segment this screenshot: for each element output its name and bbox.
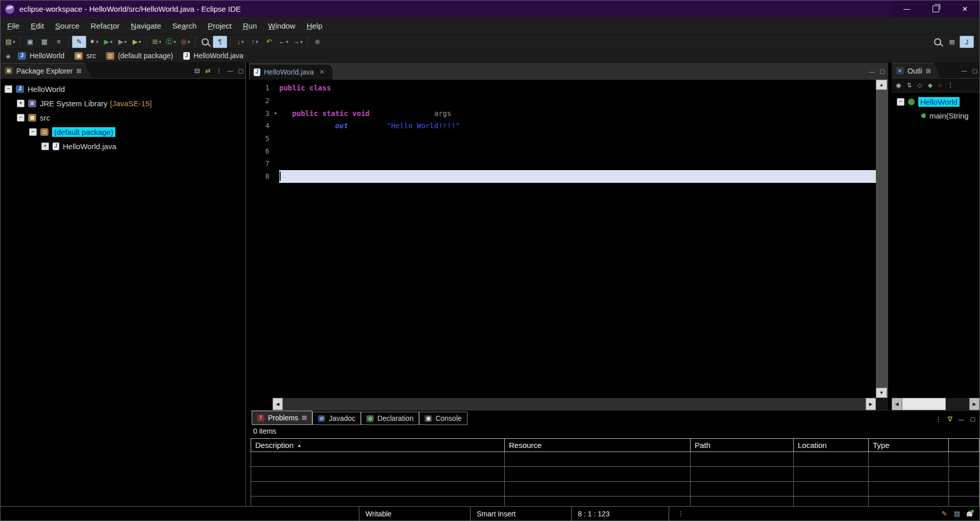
last-edit-location-button[interactable]: ↶ xyxy=(262,36,276,48)
code-editor[interactable]: 1public class HelloWorld {23● public sta… xyxy=(249,80,876,398)
view-menu-icon[interactable]: ⋮ xyxy=(947,82,953,89)
search-button[interactable] xyxy=(199,36,212,48)
status-overflow-menu-icon[interactable]: ⋮ xyxy=(677,510,684,517)
collapse-all-icon[interactable]: ⊟ xyxy=(194,67,200,75)
previous-annotation-button[interactable]: ↑▾ xyxy=(248,36,261,48)
code-line-4[interactable]: 4 System.out.println("Hello World!!!!"); xyxy=(249,120,876,132)
table-row[interactable] xyxy=(251,452,979,467)
scroll-left-button[interactable] xyxy=(273,398,283,410)
table-row[interactable] xyxy=(251,496,979,506)
collapse-icon[interactable]: − xyxy=(17,114,24,122)
new-java-class-button[interactable]: Ⓒ▾ xyxy=(164,36,178,48)
pin-editor-button[interactable]: ⊕ xyxy=(311,36,324,48)
breadcrumb-toggle-icon[interactable]: ◈ xyxy=(6,52,11,60)
collapse-icon[interactable]: − xyxy=(897,98,904,106)
mark-occurrences-button[interactable]: ✎ xyxy=(72,36,86,48)
scroll-right-button[interactable] xyxy=(866,398,876,410)
menu-navigate[interactable]: Navigate xyxy=(125,17,166,35)
hide-fields-icon[interactable]: ◇ xyxy=(918,82,922,89)
pencil-icon[interactable]: ✎ xyxy=(942,510,947,517)
code-line-1[interactable]: 1public class HelloWorld { xyxy=(249,82,876,94)
column-header-path[interactable]: Path xyxy=(691,439,794,452)
view-menu-icon[interactable]: ⋮ xyxy=(935,415,942,423)
close-button[interactable]: ✕ xyxy=(950,1,979,17)
outline-item-helloworld[interactable]: −HelloWorld xyxy=(892,95,979,109)
code-line-5[interactable]: 5 } xyxy=(249,132,876,145)
open-task-button[interactable]: ◎▾ xyxy=(179,36,192,48)
log-list-icon[interactable]: ▤ xyxy=(954,510,960,517)
expand-icon[interactable]: + xyxy=(17,100,24,107)
tab-close-icon[interactable]: ✕ xyxy=(320,68,325,76)
column-header-location[interactable]: Location xyxy=(794,439,869,452)
coverage-button[interactable]: ▶▾ xyxy=(130,36,143,48)
new-wizard-button[interactable]: ▤▾ xyxy=(4,36,17,48)
package-explorer-tab[interactable]: Package Explorer ⊠ xyxy=(1,63,92,79)
java-perspective-button[interactable]: J xyxy=(960,36,974,48)
view-close-icon[interactable]: ⊠ xyxy=(77,67,82,75)
tab-declaration[interactable]: Declaration xyxy=(361,412,419,425)
save-all-button[interactable]: ▦ xyxy=(38,36,51,48)
search-perspective-button[interactable] xyxy=(931,36,944,48)
line-marker-icon[interactable]: ● xyxy=(272,111,279,115)
minimize-button[interactable]: — xyxy=(892,1,921,17)
minimize-view-button[interactable]: — xyxy=(228,67,233,74)
collapse-icon[interactable]: − xyxy=(5,85,12,93)
code-line-8[interactable]: 8 xyxy=(249,170,876,183)
table-row[interactable] xyxy=(251,482,979,496)
focus-active-task-icon[interactable]: ◉ xyxy=(896,82,901,89)
maximize-view-button[interactable]: ▢ xyxy=(238,67,243,74)
hide-non-public-icon[interactable]: ○ xyxy=(938,82,942,89)
column-header-item[interactable] xyxy=(949,439,979,452)
vertical-scrollbar[interactable] xyxy=(876,80,888,398)
breadcrumb-item-helloworld-java[interactable]: HelloWorld.java xyxy=(183,52,243,60)
minimize-editor-button[interactable]: — xyxy=(869,68,875,75)
breadcrumb-item-helloworld[interactable]: HelloWorld xyxy=(18,52,64,60)
run-button[interactable]: ▶▾ xyxy=(102,36,115,48)
scroll-left-button[interactable] xyxy=(892,398,902,410)
column-header-description[interactable]: Description▲ xyxy=(251,439,505,452)
tab-console[interactable]: Console xyxy=(419,412,467,425)
tree-item-helloworld[interactable]: −HelloWorld xyxy=(1,82,246,96)
save-button[interactable]: ▣ xyxy=(23,36,37,48)
code-line-7[interactable]: 7} xyxy=(249,157,876,170)
filter-icon[interactable]: ∇ xyxy=(948,415,952,423)
scroll-down-button[interactable] xyxy=(876,388,887,398)
column-header-resource[interactable]: Resource xyxy=(505,439,691,452)
scroll-right-button[interactable] xyxy=(969,398,979,410)
next-annotation-button[interactable]: ↓▾ xyxy=(234,36,247,48)
new-java-project-button[interactable]: ⊞▾ xyxy=(150,36,163,48)
tab-javadoc[interactable]: Javadoc xyxy=(312,412,361,425)
tab-problems[interactable]: Problems⊠ xyxy=(252,411,312,425)
menu-window[interactable]: Window xyxy=(262,17,301,35)
forward-button[interactable]: →▾ xyxy=(291,36,304,48)
menu-refactor[interactable]: Refactor xyxy=(85,17,126,35)
maximize-view-button[interactable]: ▢ xyxy=(972,67,977,74)
open-perspective-button[interactable]: ⊞ xyxy=(945,36,959,48)
breadcrumb-item-src[interactable]: src xyxy=(75,52,96,60)
code-line-6[interactable]: 6 xyxy=(249,145,876,157)
restore-button[interactable] xyxy=(921,1,950,17)
outline-horizontal-scrollbar[interactable] xyxy=(892,398,979,410)
run-external-tools-button[interactable]: ▶▾ xyxy=(116,36,129,48)
menu-search[interactable]: Search xyxy=(167,17,203,35)
tree-item-jre-system-library[interactable]: +JRE System Library[JavaSE-15] xyxy=(1,96,246,110)
expand-icon[interactable]: + xyxy=(41,143,49,150)
tree-item-default-package[interactable]: −(default package) xyxy=(1,125,246,139)
menu-run[interactable]: Run xyxy=(237,17,263,35)
notification-bell-icon[interactable] xyxy=(967,511,972,516)
tab-close-icon[interactable]: ⊠ xyxy=(302,414,307,421)
minimize-view-button[interactable]: — xyxy=(962,67,967,74)
outline-tab[interactable]: Outli ⊠ xyxy=(892,63,941,79)
collapse-icon[interactable]: − xyxy=(29,128,37,136)
debug-button[interactable]: ✶▾ xyxy=(87,36,101,48)
menu-file[interactable]: File xyxy=(2,17,25,35)
menu-help[interactable]: Help xyxy=(301,17,328,35)
horizontal-scrollbar[interactable] xyxy=(273,398,876,410)
table-row[interactable] xyxy=(251,467,979,482)
link-with-editor-icon[interactable]: ⇄ xyxy=(205,67,211,75)
maximize-editor-button[interactable]: ▢ xyxy=(880,68,885,75)
menu-source[interactable]: Source xyxy=(50,17,85,35)
sort-icon[interactable]: ⇅ xyxy=(906,82,912,89)
menu-project[interactable]: Project xyxy=(202,17,237,35)
scrollbar-track[interactable] xyxy=(946,398,969,410)
